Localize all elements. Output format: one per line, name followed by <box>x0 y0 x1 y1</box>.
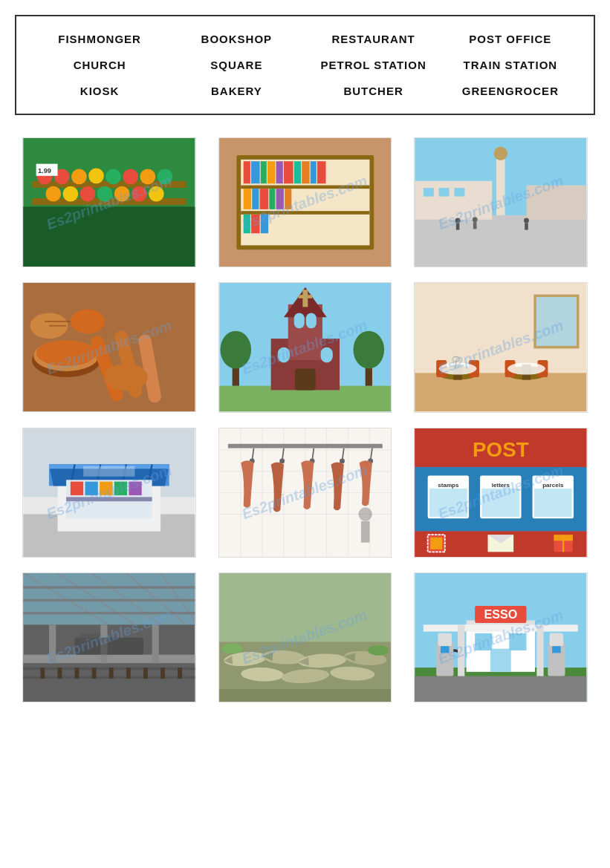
svg-text:letters: letters <box>492 481 510 488</box>
svg-rect-120 <box>71 481 83 495</box>
svg-point-13 <box>62 186 78 202</box>
image-content-train-station: Es2printables.com <box>23 573 195 702</box>
svg-rect-232 <box>458 624 464 676</box>
svg-rect-35 <box>310 161 316 183</box>
svg-rect-87 <box>278 347 290 363</box>
svg-point-70 <box>71 310 105 333</box>
svg-rect-48 <box>496 155 505 215</box>
image-post-office: POST stamps letters parcels <box>414 428 588 558</box>
svg-rect-27 <box>243 161 250 183</box>
svg-rect-233 <box>537 624 544 676</box>
svg-rect-223 <box>476 633 493 650</box>
svg-point-216 <box>221 643 242 653</box>
svg-rect-39 <box>259 189 268 209</box>
svg-point-55 <box>455 218 461 223</box>
svg-rect-56 <box>456 223 460 229</box>
svg-rect-50 <box>415 181 493 220</box>
image-content-post-office: POST stamps letters parcels <box>415 428 587 557</box>
svg-rect-41 <box>276 189 283 209</box>
svg-point-77 <box>220 331 251 369</box>
svg-rect-25 <box>241 186 369 189</box>
svg-rect-188 <box>58 668 62 679</box>
svg-point-6 <box>71 169 87 185</box>
svg-point-65 <box>36 341 97 367</box>
svg-rect-119 <box>66 497 152 501</box>
svg-rect-231 <box>424 624 578 631</box>
svg-point-217 <box>368 645 389 656</box>
svg-rect-34 <box>302 161 309 183</box>
svg-rect-225 <box>490 648 511 671</box>
svg-text:1.99: 1.99 <box>38 167 51 174</box>
svg-rect-54 <box>455 188 465 197</box>
image-content-bookshop: Es2printables.com <box>219 138 392 267</box>
svg-point-57 <box>473 217 478 222</box>
svg-point-49 <box>494 147 507 160</box>
word-item: SQUARE <box>168 56 305 74</box>
svg-rect-193 <box>143 668 148 679</box>
svg-rect-187 <box>40 668 45 679</box>
word-item: BOOKSHOP <box>168 30 305 48</box>
word-item: RESTAURANT <box>305 30 442 48</box>
svg-point-16 <box>114 186 130 202</box>
svg-rect-230 <box>441 646 450 653</box>
svg-rect-185 <box>23 668 195 670</box>
svg-rect-235 <box>550 633 563 646</box>
svg-point-15 <box>97 186 113 202</box>
image-content-restaurant: Es2printables.com <box>415 283 587 411</box>
svg-rect-190 <box>92 668 97 679</box>
svg-point-7 <box>88 168 104 183</box>
svg-point-14 <box>80 186 96 202</box>
svg-rect-139 <box>228 443 383 448</box>
svg-rect-42 <box>285 189 291 209</box>
svg-rect-163 <box>482 488 520 516</box>
svg-rect-44 <box>251 215 260 233</box>
svg-rect-229 <box>438 633 452 646</box>
svg-rect-31 <box>276 161 282 183</box>
svg-point-59 <box>524 218 529 223</box>
svg-rect-215 <box>219 689 391 702</box>
svg-rect-26 <box>241 211 369 215</box>
svg-point-17 <box>132 186 147 202</box>
svg-point-11 <box>158 169 173 185</box>
svg-text:parcels: parcels <box>542 481 564 488</box>
svg-rect-186 <box>23 676 195 678</box>
svg-rect-125 <box>83 466 134 476</box>
svg-rect-195 <box>178 668 182 679</box>
svg-rect-192 <box>126 668 131 679</box>
svg-rect-40 <box>269 189 275 209</box>
svg-rect-162 <box>429 488 467 516</box>
svg-rect-86 <box>306 313 317 329</box>
svg-rect-198 <box>152 624 159 663</box>
image-church: Es2printables.com <box>218 282 392 412</box>
image-kiosk: Es2printables.com <box>22 428 196 558</box>
image-content-bakery: Es2printables.com <box>23 283 195 411</box>
word-item: CHURCH <box>31 56 168 74</box>
svg-rect-123 <box>114 481 127 495</box>
svg-rect-236 <box>552 646 561 653</box>
word-item: KIOSK <box>31 82 168 100</box>
svg-text:stamps: stamps <box>438 481 460 488</box>
svg-rect-220 <box>415 676 587 702</box>
svg-rect-191 <box>109 668 114 679</box>
svg-point-10 <box>140 169 155 185</box>
image-bookshop: Es2printables.com <box>218 137 392 267</box>
svg-rect-194 <box>160 668 165 679</box>
svg-rect-33 <box>293 161 300 183</box>
svg-rect-121 <box>85 481 97 495</box>
svg-point-104 <box>507 363 545 375</box>
svg-rect-122 <box>100 481 112 495</box>
image-train-station: Es2printables.com <box>22 572 196 702</box>
word-box: FISHMONGERBOOKSHOPRESTAURANTPOST OFFICEC… <box>15 15 595 115</box>
svg-rect-29 <box>260 161 266 183</box>
word-item: BAKERY <box>168 82 305 100</box>
svg-rect-174 <box>23 573 195 624</box>
svg-rect-30 <box>267 161 275 183</box>
svg-rect-28 <box>251 161 260 183</box>
word-item: PETROL STATION <box>305 56 442 74</box>
svg-rect-32 <box>284 161 293 183</box>
svg-rect-167 <box>430 537 442 549</box>
image-content-butcher: Es2printables.com <box>219 428 392 557</box>
svg-rect-51 <box>527 186 587 220</box>
image-square: Es2printables.com <box>414 137 588 267</box>
svg-rect-43 <box>243 215 250 233</box>
